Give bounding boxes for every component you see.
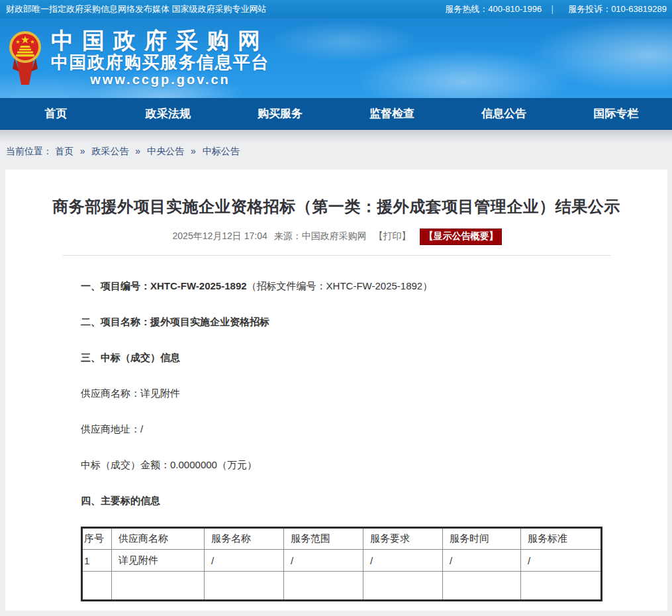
paragraph-bold-text: 二、项目名称：援外项目实施企业资格招标 [81,316,269,327]
table-cell [112,572,205,601]
nav-item-regulations[interactable]: 政采法规 [112,98,224,129]
breadcrumb-home[interactable]: 首页 [55,146,73,156]
article-meta: 2025年12月12日 17:04 来源：中国政府采购网 【打印】 【显示公告概… [5,229,667,245]
table-cell [363,572,443,601]
page-title: 商务部援外项目实施企业资格招标（第一类：援外成套项目管理企业）结果公示 [30,196,642,217]
breadcrumb-separator: » [191,146,196,156]
table-cell: 1 [82,550,112,572]
paragraph-normal-text: 供应商地址：/ [81,423,143,435]
column-header-service-scope: 服务范围 [284,528,363,550]
paragraph-supplier-address: 供应商地址：/ [81,423,628,435]
site-logo[interactable]: 中国政府采购网 中国政府购买服务信息平台 www.ccgp.gov.cn [9,28,269,87]
page: 财政部唯一指定政府采购信息网络发布媒体 国家级政府采购专业网站 服务热线：400… [0,0,672,616]
column-header-seq: 序号 [82,528,112,550]
paragraph-award-info-heading: 三、中标（成交）信息 [81,352,628,363]
article-source: 来源：中国政府采购网 [274,231,367,241]
site-header: 中国政府采购网 中国政府购买服务信息平台 www.ccgp.gov.cn [0,19,672,98]
column-header-service-standard: 服务标准 [521,528,602,550]
paragraph-bold-text: 三、中标（成交）信息 [81,352,180,363]
main-nav: 首页 政采法规 购买服务 监督检查 信息公告 国际专栏 [0,98,672,130]
paragraph-project-number: 一、项目编号：XHTC-FW-2025-1892（招标文件编号：XHTC-FW-… [81,280,628,291]
table-cell: / [205,550,284,572]
site-titles: 中国政府采购网 中国政府购买服务信息平台 www.ccgp.gov.cn [51,28,269,87]
breadcrumb-central-announcements[interactable]: 中央公告 [147,146,184,156]
column-header-service-name: 服务名称 [205,528,284,550]
nav-item-announcements[interactable]: 信息公告 [448,98,560,129]
paragraph-normal-text: 中标（成交）金额：0.0000000（万元） [81,459,257,470]
table-row: 1 详见附件 / / / / / [82,550,602,572]
nav-item-supervision[interactable]: 监督检查 [336,98,448,129]
table-cell [443,572,521,601]
breadcrumb-zhengcai-gonggao[interactable]: 政采公告 [91,146,128,156]
announcement-panel: 商务部援外项目实施企业资格招标（第一类：援外成套项目管理企业）结果公示 2025… [5,170,667,611]
main-subject-table: 序号 供应商名称 服务名称 服务范围 服务要求 服务时间 服务标准 1 详见附件… [81,527,602,601]
national-emblem-icon [9,30,42,87]
table-cell [284,572,363,601]
paragraph-project-name: 二、项目名称：援外项目实施企业资格招标 [81,316,628,327]
show-summary-button[interactable]: 【显示公告概要】 [420,229,502,245]
table-cell: / [521,550,602,572]
paragraph-supplier-name: 供应商名称：详见附件 [81,387,628,399]
table-cell: / [443,550,521,572]
content-background: 当前位置： 首页 » 政采公告 » 中央公告 » 中标公告 商务部援外项目实施企… [0,130,672,615]
column-header-service-time: 服务时间 [443,528,521,550]
publish-date: 2025年12月12日 17:04 [173,231,267,241]
breadcrumb: 当前位置： 首页 » 政采公告 » 中央公告 » 中标公告 [0,130,672,170]
topbar-divider: ｜ [548,4,557,14]
table-cell [521,572,602,601]
service-hotline: 服务热线：400-810-1996 [445,4,542,14]
topbar-slogan: 财政部唯一指定政府采购信息网络发布媒体 国家级政府采购专业网站 [6,3,267,15]
site-subtitle: 中国政府购买服务信息平台 [51,53,269,72]
column-header-supplier-name: 供应商名称 [112,528,205,550]
paragraph-normal-text: 供应商名称：详见附件 [81,387,180,399]
article-body: 一、项目编号：XHTC-FW-2025-1892（招标文件编号：XHTC-FW-… [81,280,628,601]
table-cell [205,572,284,601]
table-cell: / [284,550,363,572]
paragraph-bold-text: 一、项目编号：XHTC-FW-2025-1892 [81,280,247,291]
meta-divider [63,255,610,256]
column-header-service-requirements: 服务要求 [363,528,443,550]
breadcrumb-award-announcements[interactable]: 中标公告 [203,146,240,156]
breadcrumb-separator: » [135,146,140,156]
breadcrumb-prefix: 当前位置： [6,146,52,156]
paragraph-normal-text: （招标文件编号：XHTC-FW-2025-1892） [247,280,433,291]
nav-item-home[interactable]: 首页 [0,98,112,129]
table-cell: 详见附件 [112,550,205,572]
print-button[interactable]: 【打印】 [374,231,411,241]
nav-item-international[interactable]: 国际专栏 [560,98,672,129]
table-cell [82,572,112,601]
topbar-contacts: 服务热线：400-810-1996 ｜ 服务投诉：010-63819289 [441,3,667,15]
site-url: www.ccgp.gov.cn [51,72,269,87]
paragraph-bold-text: 四、主要标的信息 [81,495,160,506]
breadcrumb-separator: » [80,146,85,156]
nav-item-purchase-services[interactable]: 购买服务 [224,98,336,129]
table-cell: / [363,550,443,572]
topbar: 财政部唯一指定政府采购信息网络发布媒体 国家级政府采购专业网站 服务热线：400… [0,0,672,19]
table-header-row: 序号 供应商名称 服务名称 服务范围 服务要求 服务时间 服务标准 [82,528,602,550]
paragraph-main-subject-heading: 四、主要标的信息 [81,495,628,506]
site-title: 中国政府采购网 [51,28,269,53]
service-complaint: 服务投诉：010-63819289 [568,4,667,14]
table-row [82,572,602,601]
paragraph-award-amount: 中标（成交）金额：0.0000000（万元） [81,459,628,470]
